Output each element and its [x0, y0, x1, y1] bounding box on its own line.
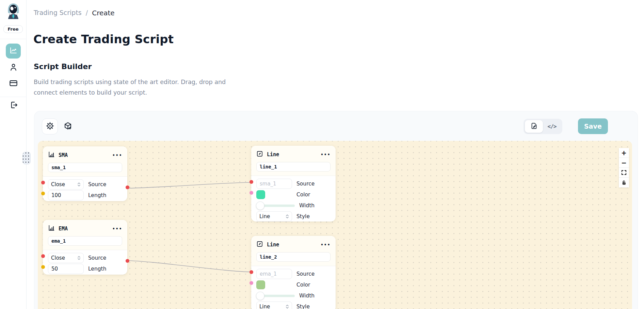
- node-header: Line •••: [251, 236, 336, 266]
- slider-knob[interactable]: [256, 201, 264, 210]
- sidebar-item-trading-scripts[interactable]: [6, 44, 21, 59]
- lock-button[interactable]: [619, 178, 629, 188]
- settings-button[interactable]: [42, 118, 58, 134]
- length-input[interactable]: [48, 264, 84, 274]
- source-input-handle[interactable]: [41, 254, 45, 258]
- zoom-in-button[interactable]: +: [619, 148, 629, 158]
- page-title: Create Trading Script: [33, 32, 174, 46]
- source-select-value: Close: [51, 255, 65, 261]
- script-builder-card: </> Save SMA •••: [34, 111, 638, 309]
- section-description: Build trading scripts using state of the…: [34, 77, 226, 98]
- sidebar-resize-handle[interactable]: [22, 152, 31, 164]
- field-label: Source: [296, 271, 315, 277]
- add-block-button[interactable]: [63, 122, 73, 131]
- output-handle[interactable]: [126, 185, 129, 189]
- node-name-input[interactable]: [48, 163, 122, 172]
- breadcrumb-separator: /: [86, 9, 88, 17]
- field-label: Source: [88, 181, 106, 188]
- source-input-handle[interactable]: [249, 180, 253, 184]
- field-label: Color: [296, 282, 310, 288]
- save-button[interactable]: Save: [578, 118, 608, 134]
- pencil-square-icon: [256, 150, 263, 159]
- code-mode-button[interactable]: </>: [543, 120, 561, 133]
- node-name-input[interactable]: [48, 236, 122, 246]
- avatar[interactable]: [5, 3, 21, 19]
- field-label: Source: [296, 181, 315, 187]
- node-header: Line •••: [251, 146, 336, 176]
- plan-badge: Free: [3, 25, 23, 33]
- output-handle[interactable]: [126, 259, 129, 263]
- node-menu-icon[interactable]: •••: [112, 227, 122, 231]
- node-menu-icon[interactable]: •••: [320, 243, 331, 247]
- slider-knob[interactable]: [256, 292, 264, 300]
- field-label: Length: [88, 192, 106, 198]
- user-icon: [9, 63, 18, 73]
- visual-mode-button[interactable]: [525, 120, 543, 133]
- line-chart-icon: [9, 46, 18, 56]
- code-icon: </>: [548, 123, 557, 130]
- style-select[interactable]: Line: [256, 211, 292, 222]
- logout-icon: [9, 100, 18, 111]
- flow-node-line2[interactable]: Line ••• Source Color Widt: [251, 236, 336, 309]
- package-plus-icon: [63, 121, 73, 132]
- flow-node-line1[interactable]: Line ••• Source Color Widt: [251, 146, 336, 222]
- bar-chart-icon: [48, 225, 55, 233]
- section-title: Script Builder: [34, 62, 92, 71]
- sidebar-divider: [0, 97, 27, 97]
- field-label: Color: [296, 192, 310, 198]
- fit-view-button[interactable]: [619, 168, 629, 178]
- width-slider[interactable]: [257, 205, 295, 207]
- section-description-line1: Build trading scripts using state of the…: [34, 77, 226, 87]
- source-select[interactable]: Close: [48, 253, 84, 263]
- source-input-handle[interactable]: [41, 181, 45, 184]
- chevron-updown-icon: [77, 256, 81, 260]
- field-label: Source: [88, 255, 106, 261]
- source-input[interactable]: [256, 179, 292, 189]
- style-select-value: Line: [259, 213, 270, 219]
- breadcrumb-parent[interactable]: Trading Scripts: [34, 9, 82, 17]
- color-swatch[interactable]: [256, 190, 265, 199]
- breadcrumb: Trading Scripts / Create: [34, 9, 115, 17]
- source-input-handle[interactable]: [249, 270, 253, 274]
- unlock-icon: [622, 179, 626, 186]
- field-label: Width: [299, 202, 315, 209]
- source-select[interactable]: Close: [48, 179, 84, 190]
- source-input[interactable]: [256, 269, 292, 279]
- flow-canvas[interactable]: SMA ••• Close Source Leng: [38, 141, 632, 309]
- node-menu-icon[interactable]: •••: [112, 153, 122, 157]
- node-title: SMA: [59, 152, 68, 158]
- credit-card-icon: [9, 79, 18, 89]
- chevron-updown-icon: [77, 182, 81, 187]
- sidebar-divider: [0, 39, 27, 39]
- logout-button[interactable]: [9, 101, 18, 110]
- color-swatch[interactable]: [256, 280, 265, 289]
- node-name-input[interactable]: [256, 162, 331, 172]
- color-input-handle[interactable]: [249, 281, 253, 285]
- node-menu-icon[interactable]: •••: [320, 152, 331, 157]
- node-title: Line: [267, 151, 279, 158]
- chevron-updown-icon: [286, 304, 289, 309]
- length-input-handle[interactable]: [41, 192, 45, 195]
- style-select[interactable]: Line: [256, 302, 292, 309]
- width-slider[interactable]: [257, 295, 295, 297]
- length-input[interactable]: [48, 190, 84, 200]
- sidebar-item-billing[interactable]: [9, 79, 18, 88]
- style-select-value: Line: [259, 304, 270, 309]
- node-title: EMA: [59, 226, 68, 232]
- sidebar-item-account[interactable]: [9, 63, 18, 72]
- node-name-input[interactable]: [256, 252, 331, 262]
- node-header: EMA •••: [43, 220, 127, 250]
- flow-node-ema[interactable]: EMA ••• Close Source Leng: [43, 220, 127, 275]
- source-select-value: Close: [51, 181, 65, 188]
- length-input-handle[interactable]: [41, 265, 45, 269]
- editor-mode-toggle: </>: [524, 119, 562, 134]
- field-label: Style: [296, 304, 310, 309]
- node-title: Line: [267, 242, 279, 248]
- field-label: Width: [299, 293, 315, 299]
- flow-node-sma[interactable]: SMA ••• Close Source Leng: [43, 146, 127, 201]
- color-input-handle[interactable]: [249, 191, 253, 195]
- zoom-out-button[interactable]: −: [619, 158, 629, 168]
- bar-chart-icon: [48, 151, 55, 159]
- edit-document-icon: [530, 122, 538, 131]
- section-description-line2: connect elements to build your script.: [34, 87, 226, 98]
